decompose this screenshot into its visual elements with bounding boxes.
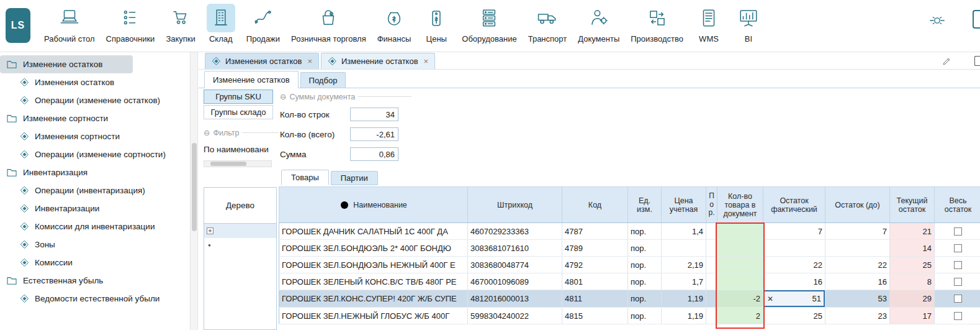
cell-unit[interactable]: пор. xyxy=(628,290,662,308)
cell-qty-doc[interactable]: 2 xyxy=(717,308,763,324)
clipped-toolbar-icon[interactable] xyxy=(973,10,980,29)
close-icon[interactable]: × xyxy=(307,57,312,66)
rows-count-input[interactable]: 34 xyxy=(350,108,398,121)
sidebar-scrollbar[interactable] xyxy=(190,52,198,330)
cell-stock-fact[interactable]: 7 xyxy=(763,223,825,240)
sidebar-item-estestvennaya-ubyl-folder[interactable]: Естественная убыль xyxy=(0,272,190,290)
cell-code[interactable]: 4787 xyxy=(562,223,628,240)
sidebar-item-operacii-inventarizaciya[interactable]: Операции (инвентаризация) xyxy=(0,181,190,199)
cell-stock-current[interactable]: 21 xyxy=(890,223,935,240)
row-checkbox[interactable] xyxy=(954,261,962,269)
clear-value-icon[interactable]: ✕ xyxy=(767,295,773,303)
toolbar-item-equipment[interactable]: Оборудование xyxy=(456,2,522,45)
table-row-selected[interactable]: ГОРОШЕК ЗЕЛ.КОНС.СУПЕР! 420Г Ж/Б СУПЕ 48… xyxy=(279,290,980,308)
cell-stock-fact[interactable]: 16 xyxy=(763,273,825,290)
column-header-name[interactable]: Наименование xyxy=(279,187,468,223)
sort-ascending-icon[interactable] xyxy=(339,200,349,210)
cell-code[interactable]: 4815 xyxy=(562,308,628,324)
collapse-icon[interactable]: ⊖ xyxy=(280,92,286,101)
app-logo[interactable]: LS xyxy=(6,8,30,43)
expand-plus-icon[interactable]: + xyxy=(207,227,214,234)
cell-stock-current[interactable]: 14 xyxy=(890,240,935,257)
groups-sku-button[interactable]: Группы SKU xyxy=(204,89,273,104)
clipped-action-icon[interactable] xyxy=(974,56,980,66)
row-checkbox[interactable] xyxy=(954,312,962,320)
cell-por[interactable] xyxy=(706,223,717,240)
cell-stock-fact[interactable]: 25 xyxy=(763,308,825,324)
collapse-icon[interactable]: ⊖ xyxy=(204,128,210,137)
cell-barcode[interactable]: 3083680048774 xyxy=(468,257,562,273)
cell-stock-before[interactable] xyxy=(825,240,890,257)
cell-por[interactable] xyxy=(706,257,717,273)
column-header-unit[interactable]: Ед. изм. xyxy=(628,187,662,223)
table-row[interactable]: ГОРОШЕК ЗЕЛ.БОНДЮЭЛЬ 2* 400Г БОНДЮ 30836… xyxy=(279,240,980,257)
cell-por[interactable] xyxy=(706,240,717,257)
cell-barcode[interactable]: 4607029233363 xyxy=(468,223,562,240)
toolbar-item-desktop[interactable]: Рабочий стол xyxy=(38,2,101,45)
cell-name[interactable]: ГОРОШЕК ДАЧНИК САЛАТНЫЙ 1С 400Г ДА xyxy=(279,223,468,240)
cell-stock-fact-editing[interactable]: ✕ 51 xyxy=(763,290,825,308)
cell-price[interactable]: 2,19 xyxy=(662,257,706,273)
toolbar-item-finance[interactable]: Финансы xyxy=(372,2,417,45)
sidebar-item-komissii-dlya-inventarizacii[interactable]: Комиссии для инвентаризации xyxy=(0,218,190,236)
toolbar-item-transport[interactable]: Транспорт xyxy=(523,2,573,45)
toolbar-item-prices[interactable]: Цены xyxy=(416,2,456,45)
cell-price[interactable]: 1,19 xyxy=(662,308,706,324)
table-row[interactable]: ГОРОШЕК ЗЕЛЕНЫЙ КОНС.В/С ТВ/Б 480Г РЕ 46… xyxy=(279,273,980,290)
toolbar-item-directories[interactable]: Справочники xyxy=(101,2,161,45)
toolbar-item-warehouse[interactable]: Склад xyxy=(201,2,241,45)
column-header-barcode[interactable]: Штрихкод xyxy=(468,187,562,223)
sidebar-item-izmeneniya-ostatkov[interactable]: Изменения остатков xyxy=(0,73,190,91)
cell-qty-doc[interactable] xyxy=(717,240,763,257)
cell-code[interactable]: 4789 xyxy=(562,240,628,257)
column-header-stock-before[interactable]: Остаток (до) xyxy=(825,187,890,223)
sidebar-item-izmenenie-sortnosti-folder[interactable]: Изменение сортности xyxy=(0,109,190,127)
sidebar-item-operacii-izmenenie-sortnosti[interactable]: Операции (изменение сортности) xyxy=(0,145,190,163)
row-checkbox[interactable] xyxy=(954,295,962,303)
column-header-price[interactable]: Цена учетная xyxy=(662,187,706,223)
cell-name[interactable]: ГОРОШЕК ЗЕЛЕНЫЙ КОНС.В/С ТВ/Б 480Г РЕ xyxy=(279,273,468,290)
cell-stock-before[interactable]: 53 xyxy=(825,290,890,308)
toolbar-item-wms[interactable]: WMS xyxy=(689,2,729,45)
sidebar-item-inventarizacii[interactable]: Инвентаризации xyxy=(0,199,190,218)
tree-node-row[interactable]: ● xyxy=(204,238,276,252)
cell-name[interactable]: ГОРОШЕК ЗЕЛ.КОНС.СУПЕР! 420Г Ж/Б СУПЕ xyxy=(279,290,468,308)
filter-scrollbar-thumb[interactable] xyxy=(210,162,246,166)
tab-tovary[interactable]: Товары xyxy=(281,170,329,185)
cell-por[interactable] xyxy=(706,308,717,324)
column-header-stock-fact[interactable]: Остаток фактический xyxy=(763,187,825,223)
toolbar-item-bi[interactable]: BI xyxy=(729,2,768,45)
cell-stock-current[interactable]: 25 xyxy=(890,257,935,273)
filter-horizontal-scrollbar[interactable] xyxy=(204,160,272,167)
column-header-qty-doc[interactable]: Кол-во товара в документ xyxy=(717,187,763,223)
tab-partii[interactable]: Партии xyxy=(331,171,378,185)
row-checkbox[interactable] xyxy=(954,278,962,286)
sidebar-item-vedomosti-estestvennoy-ubyli[interactable]: Ведомости естественной убыли xyxy=(0,290,190,308)
cell-unit[interactable]: пор. xyxy=(628,223,662,240)
cell-name[interactable]: ГОРОШЕК ЗЕЛ.НЕЖНЫЙ ГЛОБУС Ж/Б 400Г xyxy=(279,308,468,324)
cell-barcode[interactable]: 4812016000013 xyxy=(468,290,562,308)
total-qty-input[interactable]: -2,61 xyxy=(350,127,398,141)
toolbar-item-purchases[interactable]: Закупки xyxy=(160,2,200,45)
table-row[interactable]: ГОРОШЕК ДАЧНИК САЛАТНЫЙ 1С 400Г ДА 46070… xyxy=(279,223,980,240)
sidebar-item-inventarizaciya-folder[interactable]: Инвентаризация xyxy=(0,163,190,181)
cell-name[interactable]: ГОРОШЕК ЗЕЛ.БОНДЮЭЛЬ НЕЖНЫЙ 400Г Е xyxy=(279,257,468,273)
doc-tab-izmeneniya-ostatkov[interactable]: Изменения остатков × xyxy=(205,53,319,69)
cell-barcode[interactable]: 3083681071610 xyxy=(468,240,562,257)
cell-unit[interactable]: пор. xyxy=(628,240,662,257)
cell-stock-before[interactable]: 22 xyxy=(825,257,890,273)
cell-name[interactable]: ГОРОШЕК ЗЕЛ.БОНДЮЭЛЬ 2* 400Г БОНДЮ xyxy=(279,240,468,257)
table-row[interactable]: ГОРОШЕК ЗЕЛ.НЕЖНЫЙ ГЛОБУС Ж/Б 400Г 59983… xyxy=(279,308,980,324)
cell-qty-doc[interactable] xyxy=(717,223,763,240)
doc-tab-izmenenie-ostatkov[interactable]: Изменение остатков × xyxy=(321,53,435,69)
cell-price[interactable]: 1,7 xyxy=(662,273,706,290)
sidebar-item-izmeneniya-sortnosti[interactable]: Изменения сортности xyxy=(0,127,190,145)
toolbar-item-retail[interactable]: Розничная торговля xyxy=(285,2,372,45)
tab-izmenenie-ostatkov[interactable]: Изменение остатков xyxy=(204,71,299,88)
sidebar-item-izmenenie-ostatkov-folder[interactable]: Изменение остатков xyxy=(0,55,133,73)
cell-barcode[interactable]: 4670001096089 xyxy=(468,273,562,290)
cell-price[interactable] xyxy=(662,240,706,257)
toolbar-item-sales[interactable]: Продажи xyxy=(241,2,285,45)
cell-stock-before[interactable]: 7 xyxy=(825,223,890,240)
sidebar-item-operacii-izmenenie-ostatkov[interactable]: Операции (изменение остатков) xyxy=(0,91,190,109)
